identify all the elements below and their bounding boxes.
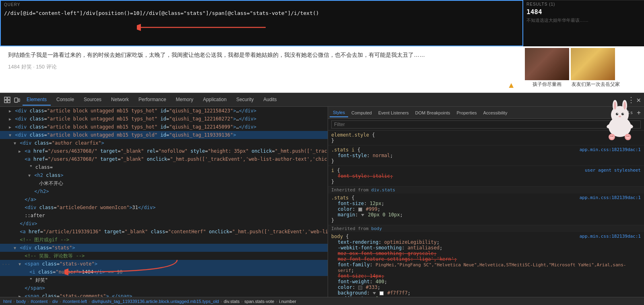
bc-html[interactable]: html [3,299,12,304]
devtools-menu-btn[interactable]: ⋮ [627,95,635,104]
dom-line: " 好笑" [0,276,328,284]
tab-accessibility[interactable]: Accessibility [480,109,511,117]
dom-line: <div class="articleGender womenIcon">31<… [0,203,328,212]
inspect-element-btn[interactable] [3,96,11,104]
css-rule-element-style: element.style { } [328,131,644,145]
css-prop-line: font-style: italic; [331,173,641,179]
dom-panel[interactable]: <div class="article block untagged mb15 … [0,107,328,297]
image-thumb-2 [571,48,615,80]
css-rule-body: app.min.css:182139dac:1 body { text-rend… [328,232,644,297]
tab-security[interactable]: Security [232,94,258,106]
results-detail: 不知道选这大姐年华年最该…… [526,17,641,23]
margin-expand[interactable] [361,214,364,216]
results-label: RESULTS (1) [526,2,641,6]
bc-div[interactable]: div [52,299,58,304]
page-content: 到结婚生子我是一路看过来的，有的时候去她们家吃饭，太晚了，我闺蜜让他老公送我，我… [0,46,523,93]
color-swatch-333[interactable] [358,286,362,290]
results-section: RESULTS (1) 1484 不知道选这大姐年华年最该…… [523,0,644,46]
css-close-brace: } [331,218,641,223]
color-swatch-f7[interactable] [380,291,384,295]
scroll-up-arrow[interactable]: ▲ [507,81,515,90]
css-source-stats-i[interactable]: app.min.css:182139dac:1 [580,147,641,152]
bc-stats[interactable]: div.stats [224,299,240,304]
tab-elements[interactable]: Elements [23,94,51,106]
css-prop-webkit-smoothing: -webkit-font-smoothing: antialiased; [331,245,641,251]
image-label-1: 孩子你尽量画 [525,80,569,89]
css-selector-line: element.style { [331,132,641,138]
page-stats: 1484 好笑 · 150 评论 [8,63,515,71]
css-close-brace: } [331,158,641,164]
css-close-brace: } [331,138,641,143]
bc-content[interactable]: #content [31,299,47,304]
page-text: 到结婚生子我是一路看过来的，有的时候去她们家吃饭，太晚了，我闺蜜让他老公送我，我… [8,50,515,60]
dom-line: <a href="/article/119339136" target="_bl… [0,228,328,236]
tab-network[interactable]: Network [107,94,133,106]
svg-rect-4 [8,97,10,100]
image-label-2: 友友们第一次去岳父家 [571,80,621,89]
css-prop-font-size-body: font-size: 14px; [331,273,641,279]
image-item-2: 友友们第一次去岳父家 [571,48,621,89]
css-source-i[interactable]: user agent stylesheet [585,168,641,173]
css-prop-color-body: color: #333; [331,284,641,290]
dom-scroll-dots: ··· [2,261,10,267]
color-swatch-999[interactable] [358,207,362,212]
css-prop-margin: margin: 20px 0 10px; [331,212,641,218]
image-item-1: 孩子你尽量画 [525,48,569,89]
css-prop-line: font-style: normal; [331,153,641,158]
css-prop-bg: background: #f7f7f7; [331,290,641,296]
svg-rect-5 [8,100,10,103]
tab-application[interactable]: Application [199,94,231,106]
dom-line-stats-vote: <span class="stats-vote"> [0,260,328,268]
css-prop-color: color: #999; [331,206,641,212]
css-rules-container: element.style { } app.min.css:182139dac:… [328,131,644,297]
tab-performance[interactable]: Performance [134,94,170,106]
page-images: 孩子你尽量画 友友们第一次去岳父家 [523,46,644,93]
css-source-body[interactable]: app.min.css:182139dac:1 [580,234,641,239]
query-input[interactable]: //div[@id="content-left"]/div[position()… [4,8,519,18]
dom-line-stats: <div class="stats"> [0,244,328,252]
css-prop-font-family: font-family: PingHei,"PingFang SC","Helv… [331,262,641,273]
tab-console[interactable]: Console [52,94,78,106]
tab-computed[interactable]: Computed [348,109,375,117]
dom-line: </a> [0,195,328,203]
bc-content-left[interactable]: #content-left [63,299,87,304]
css-rule-stats: app.min.css:182139dac:1 .stats { font-si… [328,193,644,225]
image-thumb-1 [525,48,569,80]
css-rule-i: user agent stylesheet i { font-style: it… [328,166,644,187]
webpage-preview: QUERY //div[@id="content-left"]/div[posi… [0,0,644,93]
dom-line: <a href="/users/4637068/" target="_blank… [0,147,328,155]
tab-properties[interactable]: Properties [453,109,480,117]
tab-styles[interactable]: Styles [330,108,348,117]
devtools-panel: Elements Console Sources Network Perform… [0,93,644,305]
dom-line: " class= [0,163,328,171]
svg-rect-7 [19,99,20,102]
svg-rect-3 [4,100,7,103]
inherited-from-stats: Inherited from div.stats [328,187,644,193]
tab-event-listeners[interactable]: Event Listeners [375,109,412,117]
filter-input[interactable] [331,120,641,129]
tab-audits[interactable]: Audits [259,94,281,106]
bg-expand[interactable] [373,292,376,295]
dom-line: ::after [0,212,328,220]
bc-article[interactable]: div#qiushi_tag_119339136.article.block.u… [92,299,219,304]
css-prop-moz-smoothing: moz-osx-font-smoothing: grayscale; [331,251,641,256]
dom-line: 小米不开心 [0,179,328,187]
add-style-btn[interactable]: + [635,109,642,116]
tab-sources[interactable]: Sources [80,94,105,106]
css-source-stats[interactable]: app.min.css:182139dac:1 [580,195,641,200]
dom-line: <div class="article block untagged mb15 … [0,123,328,131]
dom-line: <div class="article block untagged mb15 … [0,115,328,123]
dom-line: <span class="stats-comments">…</span> [0,292,328,297]
cls-button[interactable]: cls [622,109,635,116]
device-toolbar-btn[interactable] [13,96,21,104]
svg-rect-2 [4,97,7,100]
bc-i-number[interactable]: i.number [279,299,296,304]
bc-body[interactable]: body [16,299,26,304]
bc-stats-vote[interactable]: span.stats-vote [244,299,275,304]
tab-memory[interactable]: Memory [172,94,197,106]
inherited-from-body: Inherited from body [328,225,644,232]
dom-line: <div class="article block untagged mb15 … [0,107,328,115]
tab-dom-breakpoints[interactable]: DOM Breakpoints [412,109,454,117]
devtools-close-btn[interactable]: ✕ [636,95,641,104]
css-prop-font-weight: font-weight: 400; [331,279,641,284]
